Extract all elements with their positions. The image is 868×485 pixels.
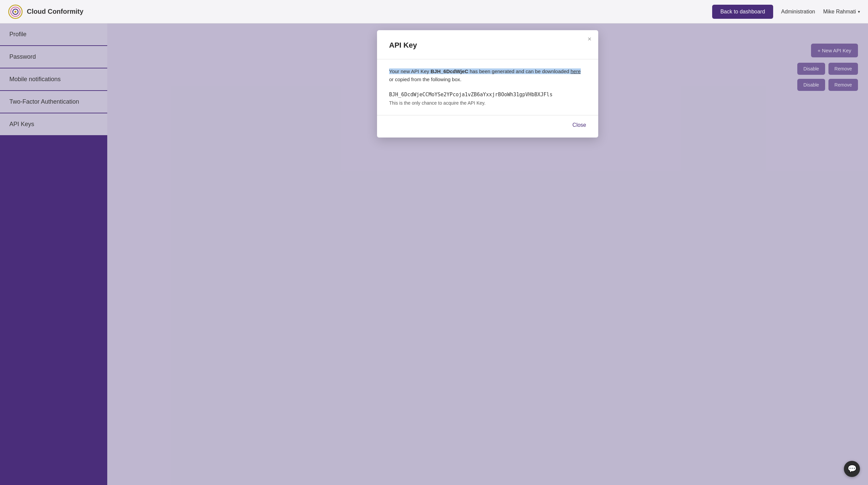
user-menu[interactable]: Mike Rahmati	[823, 9, 860, 15]
administration-link[interactable]: Administration	[781, 9, 815, 15]
top-navigation: Cloud Conformity Back to dashboard Admin…	[0, 0, 868, 24]
sidebar-item-profile[interactable]: Profile	[0, 24, 107, 45]
message-end: or copied from the following box.	[389, 77, 462, 82]
sidebar-item-api-keys[interactable]: API Keys	[0, 113, 107, 135]
modal-close-text-button[interactable]: Close	[572, 122, 586, 128]
topnav-right: Back to dashboard Administration Mike Ra…	[712, 5, 860, 19]
modal-footer-divider	[377, 115, 598, 115]
message-suffix: has been generated and can be downloaded	[468, 68, 570, 74]
modal-title: API Key	[389, 41, 586, 50]
sidebar-item-password[interactable]: Password	[0, 46, 107, 68]
sidebar-item-mobile-notifications[interactable]: Mobile notifications	[0, 68, 107, 90]
sidebar-item-two-factor[interactable]: Two-Factor Authentication	[0, 91, 107, 113]
modal-top-divider	[377, 59, 598, 59]
api-key-modal: API Key × Your new API Key BJH_6DcdWjeC …	[377, 30, 598, 138]
api-key-note: This is the only chance to acquire the A…	[389, 100, 586, 106]
logo-area: Cloud Conformity	[8, 4, 84, 19]
modal-close-button[interactable]: ×	[588, 35, 591, 42]
logo-icon	[8, 4, 23, 19]
app-name: Cloud Conformity	[27, 8, 84, 16]
api-key-display: BJH_6DcdWjeCCMoYSe2YPcoja1vZB6aYxxjrBOoW…	[389, 91, 586, 97]
content-area: + New API Key Disable Remove Disable Rem…	[107, 24, 868, 485]
main-layout: Profile Password Mobile notifications Tw…	[0, 24, 868, 485]
modal-message: Your new API Key BJH_6DcdWjeC has been g…	[389, 67, 586, 84]
api-key-name: BJH_6DcdWjeC	[431, 68, 468, 74]
chat-icon: 💬	[847, 464, 857, 473]
sidebar: Profile Password Mobile notifications Tw…	[0, 24, 107, 485]
highlighted-message: Your new API Key BJH_6DcdWjeC has been g…	[389, 68, 581, 74]
svg-point-3	[14, 11, 17, 13]
modal-overlay: API Key × Your new API Key BJH_6DcdWjeC …	[107, 24, 868, 485]
chat-widget[interactable]: 💬	[844, 461, 860, 477]
modal-footer: Close	[389, 122, 586, 128]
message-prefix: Your new API Key	[389, 68, 431, 74]
here-link[interactable]: here	[571, 68, 581, 74]
back-to-dashboard-button[interactable]: Back to dashboard	[712, 5, 773, 19]
